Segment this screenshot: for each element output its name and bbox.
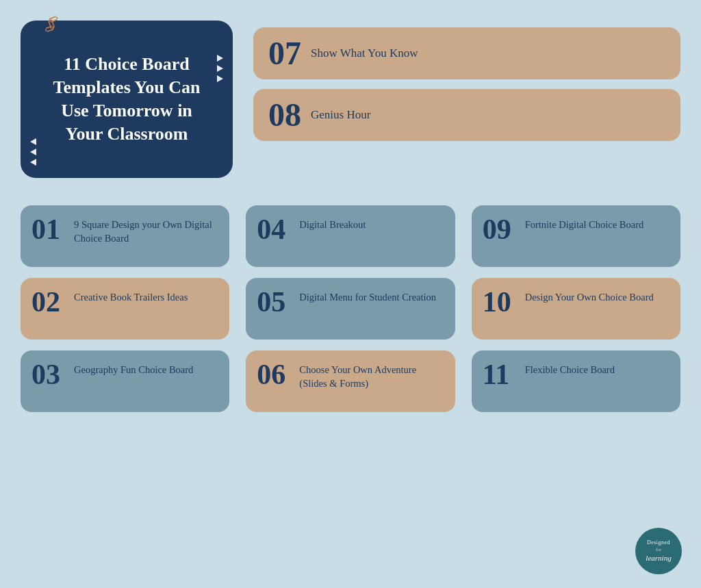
item-card-04: 04 Digital Breakout [246, 205, 455, 267]
item-card-09: 09 Fortnite Digital Choice Board [472, 205, 680, 267]
hero-card: 🖇 11 Choice Board Templates You Can Use … [21, 21, 233, 178]
item-number-04: 04 [257, 215, 292, 244]
arrows-right-decoration [217, 55, 223, 82]
item-text-08: Genius Hour [311, 107, 370, 123]
item-text-09: Fortnite Digital Choice Board [525, 215, 644, 231]
item-number-10: 10 [483, 287, 518, 316]
item-card-08: 08 Genius Hour [253, 89, 680, 141]
brand-line1: Designed [647, 539, 670, 546]
item-number-08: 08 [268, 99, 304, 131]
item-text-06: Choose Your Own Adventure (Slides & Form… [299, 360, 444, 391]
item-number-02: 02 [31, 287, 67, 316]
item-number-06: 06 [257, 360, 292, 389]
item-card-11: 11 Flexible Choice Board [472, 350, 680, 412]
brand-line3: learning [646, 553, 671, 563]
item-card-10: 10 Design Your Own Choice Board [472, 278, 680, 340]
item-text-02: Creative Book Trailers Ideas [74, 287, 188, 304]
item-number-05: 05 [257, 287, 292, 316]
item-number-07: 07 [268, 37, 304, 70]
main-grid: 01 9 Square Design your Own Digital Choi… [21, 205, 680, 412]
page-wrapper: 🖇 11 Choice Board Templates You Can Use … [0, 0, 701, 588]
top-section: 🖇 11 Choice Board Templates You Can Use … [21, 21, 680, 178]
item-card-02: 02 Creative Book Trailers Ideas [21, 278, 229, 340]
item-number-09: 09 [483, 215, 518, 244]
item-number-11: 11 [483, 360, 518, 389]
item-card-05: 05 Digital Menu for Student Creation [246, 278, 455, 340]
item-text-10: Design Your Own Choice Board [525, 287, 654, 304]
item-card-07: 07 Show What You Know [253, 27, 680, 79]
arrows-left-decoration [30, 138, 36, 166]
item-card-03: 03 Geography Fun Choice Board [21, 350, 229, 412]
item-number-03: 03 [31, 360, 67, 389]
item-text-04: Digital Breakout [299, 215, 366, 231]
paperclip-icon: 🖇 [39, 11, 63, 37]
brand-badge: Designed for learning [635, 528, 682, 574]
item-text-01: 9 Square Design your Own Digital Choice … [74, 215, 218, 246]
item-text-11: Flexible Choice Board [525, 360, 615, 376]
item-text-05: Digital Menu for Student Creation [299, 287, 436, 304]
top-right-items: 07 Show What You Know 08 Genius Hour [253, 21, 680, 141]
hero-title: 11 Choice Board Templates You Can Use To… [41, 53, 212, 145]
item-card-06: 06 Choose Your Own Adventure (Slides & F… [246, 350, 455, 412]
item-text-03: Geography Fun Choice Board [74, 360, 193, 376]
item-number-01: 01 [31, 215, 67, 244]
item-text-07: Show What You Know [311, 46, 418, 62]
item-card-01: 01 9 Square Design your Own Digital Choi… [21, 205, 229, 267]
brand-line2: for [656, 547, 661, 553]
